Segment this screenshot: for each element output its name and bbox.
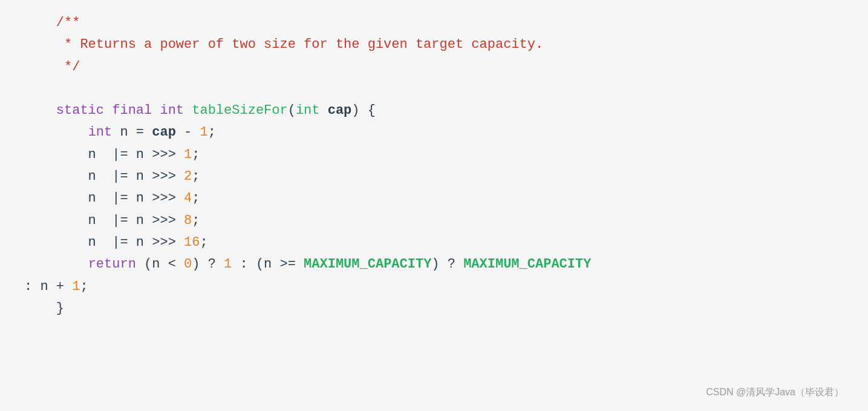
code-line-comment-open: /** xyxy=(24,12,844,34)
code-line-14: } xyxy=(24,298,844,320)
code-line-comment-close: */ xyxy=(24,56,844,78)
code-line-method-sig: static final int tableSizeFor(int cap) { xyxy=(24,100,844,122)
code-line-12: return (n < 0) ? 1 : (n >= MAXIMUM_CAPAC… xyxy=(24,254,844,275)
code-line-13: : n + 1; xyxy=(24,276,844,298)
code-line-blank xyxy=(24,78,844,100)
code-line-11: n |= n >>> 16; xyxy=(24,232,844,254)
code-line-10: n |= n >>> 8; xyxy=(24,210,844,232)
code-block: /** * Returns a power of two size for th… xyxy=(0,0,868,411)
code-line-9: n |= n >>> 4; xyxy=(24,188,844,209)
code-line-7: n |= n >>> 1; xyxy=(24,144,844,166)
code-line-8: n |= n >>> 2; xyxy=(24,166,844,188)
code-line-6: int n = cap - 1; xyxy=(24,122,844,143)
code-line-comment-text: * Returns a power of two size for the gi… xyxy=(24,34,844,56)
watermark: CSDN @清风学Java（毕设君） xyxy=(706,384,844,400)
